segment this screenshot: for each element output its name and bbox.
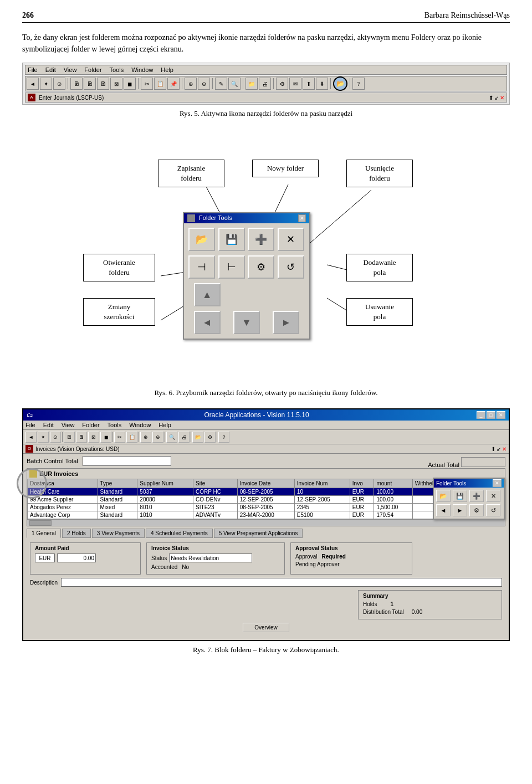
tb-icon13[interactable]: ⊖ (198, 78, 210, 90)
ft-btn-delete[interactable]: ✕ (278, 228, 304, 251)
tb-icon10[interactable]: 📋 (154, 78, 166, 90)
currency-input[interactable]: EUR (35, 554, 55, 562)
page-number: 266 (22, 11, 34, 20)
omenu-folder[interactable]: Folder (82, 422, 99, 428)
tb-icon12[interactable]: ⊕ (185, 78, 197, 90)
o-tb-10[interactable]: ⊕ (140, 432, 151, 443)
ft-btn-reset[interactable]: ↺ (278, 255, 304, 279)
omenu-edit[interactable]: Edit (43, 422, 54, 428)
tab-general[interactable]: 1 General (27, 529, 61, 538)
o-tb-4[interactable]: 🖹 (64, 432, 75, 443)
ft-btn-settings[interactable]: ⚙ (248, 255, 274, 279)
menu-file[interactable]: File (28, 66, 38, 73)
tb-icon8[interactable]: ◼ (124, 78, 136, 90)
ft-btn-move-right[interactable]: ⊢ (218, 255, 245, 279)
inner-ctrl3: ✕ (502, 446, 507, 452)
ft-btn-move-left[interactable]: ⊣ (188, 255, 215, 279)
fts-btn-4[interactable]: ✕ (486, 490, 500, 502)
omenu-window[interactable]: Window (129, 422, 151, 428)
o-tb-14[interactable]: 📂 (192, 432, 203, 443)
tab-prepayment[interactable]: 5 View Prepayment Applications (214, 529, 303, 538)
o-tb-11[interactable]: ⊖ (152, 432, 163, 443)
horizontal-scrollbar[interactable] (27, 519, 505, 526)
tab-scheduled-payments[interactable]: 4 Scheduled Payments (146, 529, 213, 538)
ft-close-button[interactable]: ✕ (298, 214, 306, 222)
o-tb-13[interactable]: 🖨 (178, 432, 190, 443)
o-tb-16[interactable]: ? (218, 432, 229, 443)
ft-small-close[interactable]: ✕ (493, 479, 502, 487)
ft-nav-right[interactable]: ► (273, 311, 299, 334)
tb-help-icon[interactable]: ? (352, 78, 365, 90)
menu-tools[interactable]: Tools (110, 66, 124, 73)
description-input[interactable] (61, 578, 502, 587)
fts-btn-1[interactable]: 📂 (436, 490, 451, 502)
ft-nav-down[interactable]: ▼ (233, 311, 260, 334)
status-value[interactable]: Needs Revalidation (169, 554, 252, 562)
scrollbar-thumb[interactable] (29, 520, 52, 526)
win-close[interactable]: ✕ (497, 411, 505, 419)
tb-icon14[interactable]: ✎ (215, 78, 227, 90)
tb-icon3[interactable]: ⊙ (53, 78, 65, 90)
page-header: 266 Barbara Reimschüssel-Wąs (22, 11, 510, 23)
o-tb-5[interactable]: 🖺 (76, 432, 87, 443)
ft-btn-open[interactable]: 📂 (188, 228, 215, 251)
tb-icon7[interactable]: ⊠ (110, 78, 122, 90)
overview-button[interactable]: Overview (243, 623, 289, 632)
o-tb-8[interactable]: ✂ (114, 432, 125, 443)
ft-btn-save[interactable]: 💾 (218, 228, 245, 251)
o-tb-3[interactable]: ⊙ (50, 432, 61, 443)
tb-icon4[interactable]: 🖹 (70, 78, 83, 90)
menu-help[interactable]: Help (161, 66, 173, 73)
fts-btn-6[interactable]: ► (453, 504, 467, 516)
ft-nav-up[interactable]: ▲ (194, 283, 221, 306)
tb-icon15[interactable]: 🔍 (228, 78, 241, 90)
ft-nav-left[interactable]: ◄ (194, 311, 221, 334)
o-tb-9[interactable]: 📋 (126, 432, 137, 443)
batch-input[interactable] (83, 456, 171, 466)
amount-input[interactable]: 0.00 (57, 554, 96, 562)
tb-icon21[interactable]: ⬇ (316, 78, 328, 90)
cell-site: SITE23 (193, 504, 238, 511)
fts-btn-2[interactable]: 💾 (453, 490, 467, 502)
menu-edit[interactable]: Edit (45, 66, 56, 73)
tb-icon9[interactable]: ✂ (141, 78, 153, 90)
cell-cur: EUR (350, 504, 374, 511)
o-tb-1[interactable]: ◄ (25, 432, 37, 443)
menu-view[interactable]: View (64, 66, 77, 73)
tb-icon20[interactable]: ⬆ (303, 78, 315, 90)
fts-btn-7[interactable]: ⚙ (469, 504, 484, 516)
tb-icon2[interactable]: ✦ (40, 78, 52, 90)
omenu-help[interactable]: Help (158, 422, 171, 428)
oracle-inner-addr: O Invoices (Vision Operations: USD) ⬆ ↙ … (23, 444, 509, 454)
tb-back-icon[interactable]: ◄ (27, 78, 39, 90)
win-maximize[interactable]: □ (487, 411, 495, 419)
win-minimize[interactable]: _ (477, 411, 485, 419)
active-folder-icon[interactable]: 📂 (333, 76, 347, 91)
o-tb-7[interactable]: ◼ (100, 432, 111, 443)
cell-dostawca: Health Care (28, 488, 98, 496)
menu-window[interactable]: Window (131, 66, 153, 73)
tb-icon16[interactable]: 📁 (245, 78, 258, 90)
tb-icon18[interactable]: ⚙ (276, 78, 288, 90)
tb-icon11[interactable]: 📌 (167, 78, 180, 90)
fts-btn-8[interactable]: ↺ (486, 504, 500, 516)
o-tb-15[interactable]: ⚙ (204, 432, 216, 443)
omenu-tools[interactable]: Tools (108, 422, 122, 428)
tb-icon6[interactable]: 🖺 (97, 78, 109, 90)
tb-icon5[interactable]: 🖹 (84, 78, 96, 90)
tb-icon19[interactable]: ✉ (289, 78, 301, 90)
tab-view-payments[interactable]: 3 View Payments (92, 529, 145, 538)
o-tb-2[interactable]: ✦ (38, 432, 49, 443)
tab-holds[interactable]: 2 Holds (62, 529, 91, 538)
tb-icon17[interactable]: 🖨 (259, 78, 271, 90)
ft-btn-new[interactable]: ➕ (248, 228, 274, 251)
fts-btn-5[interactable]: ◄ (436, 504, 451, 516)
omenu-view[interactable]: View (62, 422, 75, 428)
o-tb-12[interactable]: 🔍 (166, 432, 177, 443)
cell-supplier: 5037 (137, 488, 193, 496)
omenu-file[interactable]: File (25, 422, 35, 428)
menu-folder[interactable]: Folder (84, 66, 101, 73)
cell-type: Mixed (98, 504, 137, 511)
o-tb-6[interactable]: ⊠ (88, 432, 99, 443)
fts-btn-3[interactable]: ➕ (469, 490, 484, 502)
